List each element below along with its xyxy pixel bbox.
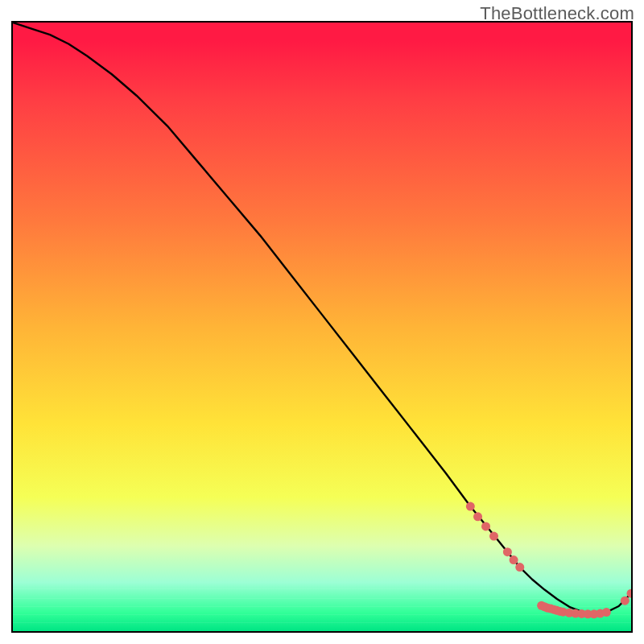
data-marker <box>503 547 512 556</box>
data-marker <box>621 597 630 605</box>
marker-group <box>466 502 631 619</box>
data-marker <box>510 555 518 564</box>
watermark-text: TheBottleneck.com <box>480 3 634 24</box>
data-marker <box>473 512 482 521</box>
chart-container: TheBottleneck.com <box>0 0 644 644</box>
curve-svg <box>13 23 631 631</box>
bottleneck-curve-path <box>13 23 631 614</box>
data-marker <box>489 532 498 541</box>
data-marker <box>602 608 611 617</box>
data-marker <box>466 502 475 511</box>
plot-area <box>11 21 633 633</box>
data-marker <box>481 522 490 530</box>
data-marker <box>515 563 524 572</box>
